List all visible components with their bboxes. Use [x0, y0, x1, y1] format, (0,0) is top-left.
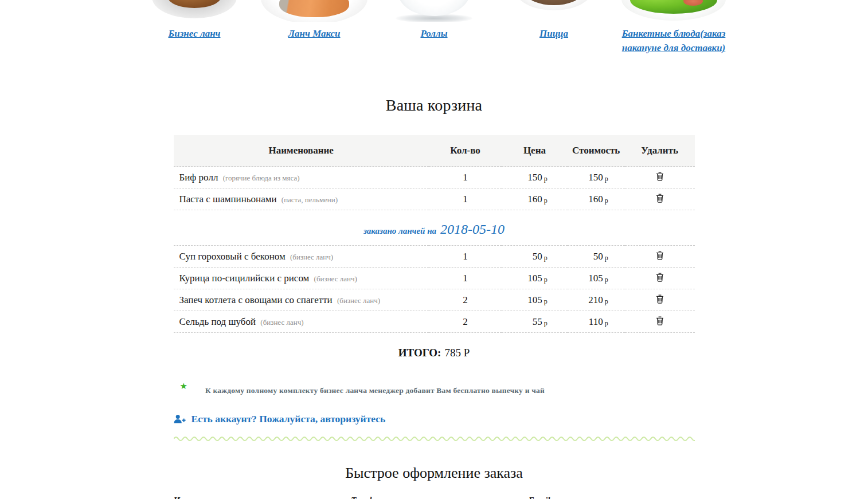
note-text: К каждому полному комплекту бизнес ланча…: [205, 382, 545, 395]
business-lunch-image[interactable]: [135, 0, 255, 22]
item-cost-value: 150: [588, 172, 603, 183]
item-qty: 1: [429, 246, 502, 268]
item-name: Курица по-сицилийски с рисом: [179, 273, 310, 284]
item-category: (бизнес ланч): [314, 274, 357, 283]
cart-table: Наименование Кол-во Цена Стоимость Удали…: [174, 135, 695, 333]
item-name: Суп гороховый с беконом: [179, 251, 286, 262]
currency-symbol: р: [605, 276, 608, 284]
item-category: (бизнес ланч): [260, 318, 303, 327]
header-price: Цена: [502, 135, 568, 167]
category-link-lunch-maxi[interactable]: Ланч Макси: [288, 27, 340, 41]
item-category: (бизнес ланч): [337, 296, 380, 305]
email-field-group: Email: [529, 496, 695, 499]
auth-prompt: Есть аккаунт? Пожалуйста, авторизуйтесь: [174, 413, 695, 425]
currency-symbol: р: [605, 319, 608, 327]
lunch-maxi-image[interactable]: [255, 0, 374, 22]
item-name: Сельдь под шубой: [179, 316, 256, 327]
item-cost-value: 50: [593, 251, 603, 262]
authorize-link[interactable]: Есть аккаунт? Пожалуйста, авторизуйтесь: [191, 413, 386, 425]
cart-item-row: Курица по-сицилийски с рисом (бизнес лан…: [174, 268, 695, 289]
free-pastry-note: ★ К каждому полному комплекту бизнес лан…: [174, 382, 695, 395]
lunch-date-row: заказано ланчей на2018-05-10: [174, 210, 695, 246]
pizza-image[interactable]: [494, 0, 614, 22]
category-link-pizza[interactable]: Пицца: [539, 27, 568, 41]
item-price-value: 150: [527, 172, 542, 183]
trash-icon: [656, 294, 664, 304]
delete-item-button[interactable]: [654, 315, 666, 327]
item-qty: 2: [429, 311, 502, 333]
cart-header-row: Наименование Кол-во Цена Стоимость Удали…: [174, 135, 695, 167]
cart-item-row: Суп гороховый с беконом (бизнес ланч) 1 …: [174, 246, 695, 268]
cart-item-row: Сельдь под шубой (бизнес ланч) 2 55р 110…: [174, 311, 695, 333]
delete-item-button[interactable]: [654, 192, 666, 204]
currency-symbol: р: [544, 297, 548, 305]
cart-total: ИТОГО:785 Р: [174, 347, 695, 359]
cart-table-wrap: Наименование Кол-во Цена Стоимость Удали…: [174, 135, 695, 442]
banquet-image[interactable]: [614, 0, 734, 22]
header-qty: Кол-во: [429, 135, 502, 167]
lunch-date-value: 2018-05-10: [440, 222, 505, 237]
category-link-rolls[interactable]: Роллы: [420, 27, 447, 41]
item-cost-value: 110: [589, 316, 603, 327]
quick-order-title: Быстрое оформление заказа: [0, 465, 868, 482]
quick-order-form: Имя Телефон Email: [174, 496, 695, 499]
phone-label: Телефон: [351, 496, 517, 499]
delete-item-button[interactable]: [654, 171, 666, 182]
currency-symbol: р: [605, 175, 608, 183]
trash-icon: [656, 251, 664, 260]
lunch-date-label: заказано ланчей на: [363, 226, 436, 235]
trash-icon: [656, 316, 664, 325]
item-price-value: 50: [533, 251, 542, 262]
category-business-lunch: Бизнес ланч: [135, 0, 255, 55]
delete-item-button[interactable]: [654, 250, 666, 261]
item-cost-value: 210: [588, 294, 603, 305]
item-cost-value: 105: [588, 273, 603, 284]
name-label: Имя: [174, 496, 340, 499]
wavy-divider: [174, 435, 695, 442]
item-price-value: 55: [533, 316, 542, 327]
trash-icon: [656, 172, 664, 181]
category-nav: Бизнес ланч Ланч Макси Роллы Пицца Банке…: [135, 0, 734, 55]
currency-symbol: р: [544, 319, 548, 327]
category-rolls: Роллы: [374, 0, 494, 55]
currency-symbol: р: [544, 175, 548, 183]
item-price-value: 105: [527, 294, 542, 305]
email-label: Email: [529, 496, 695, 499]
item-category: (паста, пельмени): [281, 195, 338, 204]
rolls-image[interactable]: [374, 0, 494, 22]
item-price-value: 105: [527, 273, 542, 284]
currency-symbol: р: [605, 197, 608, 205]
name-field-group: Имя: [174, 496, 340, 499]
item-name: Биф ролл: [179, 172, 218, 183]
bowl-shape: [398, 0, 470, 16]
item-name: Запеч котлета с овощами со спагетти: [179, 294, 333, 305]
currency-symbol: р: [605, 254, 608, 262]
header-name: Наименование: [174, 135, 429, 167]
category-pizza: Пицца: [494, 0, 614, 55]
item-price-value: 160: [527, 194, 542, 205]
user-plus-icon: [174, 414, 186, 424]
header-delete: Удалить: [625, 135, 695, 167]
category-banquet: Банкетные блюда(заказ накануне для доста…: [614, 0, 734, 55]
total-value: 785 Р: [444, 347, 470, 359]
delete-item-button[interactable]: [654, 293, 666, 305]
currency-symbol: р: [605, 297, 608, 305]
header-cost: Стоимость: [568, 135, 625, 167]
cart-item-row: Запеч котлета с овощами со спагетти (биз…: [174, 289, 695, 311]
category-link-banquet[interactable]: Банкетные блюда(заказ накануне для доста…: [616, 27, 731, 55]
delete-item-button[interactable]: [654, 272, 666, 283]
total-label: ИТОГО:: [398, 347, 441, 359]
item-name: Паста с шампиньонами: [179, 194, 277, 205]
star-icon: ★: [180, 382, 187, 391]
item-qty: 1: [429, 167, 502, 188]
item-qty: 1: [429, 268, 502, 289]
currency-symbol: р: [544, 254, 548, 262]
cart-item-row: Биф ролл (горячие блюда из мяса) 1 150р …: [174, 167, 695, 188]
item-category: (горячие блюда из мяса): [223, 174, 300, 182]
trash-icon: [656, 194, 664, 203]
category-link-business-lunch[interactable]: Бизнес ланч: [168, 27, 220, 41]
item-category: (бизнес ланч): [290, 253, 333, 261]
item-cost-value: 160: [588, 194, 603, 205]
item-qty: 2: [429, 289, 502, 311]
category-lunch-maxi: Ланч Макси: [255, 0, 374, 55]
